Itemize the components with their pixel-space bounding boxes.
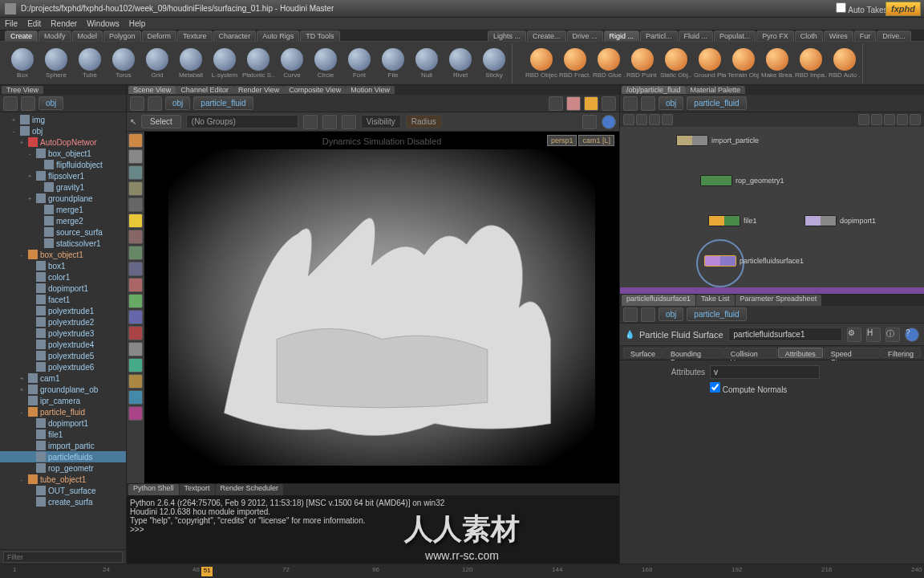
groups-dropdown[interactable]: (No Groups) xyxy=(186,115,298,128)
tree-item[interactable]: merge2 xyxy=(0,215,126,226)
shelf-tab[interactable]: Auto Rigs xyxy=(257,31,299,41)
tree-item[interactable]: +cam1 xyxy=(0,372,126,384)
shelf-item[interactable]: Grid xyxy=(141,45,173,82)
tree-item[interactable]: dopimport1 xyxy=(0,283,126,294)
tool-12-icon[interactable] xyxy=(128,310,143,324)
net-t1-icon[interactable] xyxy=(623,114,634,125)
tool-8-icon[interactable] xyxy=(128,246,143,260)
shelf-tab[interactable]: Pyro FX xyxy=(756,31,794,41)
tree-back-icon[interactable] xyxy=(3,96,18,111)
shelf-tab[interactable]: Deform xyxy=(142,31,177,41)
node-rop-geometry[interactable]: rop_geometry1 xyxy=(700,175,784,186)
scene-tab[interactable]: Render View xyxy=(233,86,284,94)
tool-9-icon[interactable] xyxy=(128,262,143,276)
tool-15-icon[interactable] xyxy=(128,358,143,372)
shelf-item[interactable]: Terrain Obj... xyxy=(727,45,760,82)
tree-item[interactable]: -box_object1 xyxy=(0,148,126,159)
tree-item[interactable]: ipr_camera xyxy=(0,395,126,406)
shelf-tab[interactable]: Fluid ... xyxy=(679,31,714,41)
net-t5-icon[interactable] xyxy=(858,114,869,125)
vp-tool1-icon[interactable] xyxy=(303,115,318,129)
tool-10-icon[interactable] xyxy=(128,278,143,292)
scene-tab[interactable]: Channel Editor xyxy=(176,86,233,94)
net-t2-icon[interactable] xyxy=(636,114,647,125)
timeline-marker[interactable]: 51 xyxy=(201,567,213,576)
scene-fwd-icon[interactable] xyxy=(148,96,162,111)
tool-rotate-icon[interactable] xyxy=(128,165,143,180)
shelf-item[interactable]: Platonic S... xyxy=(242,45,274,82)
node-file1[interactable]: file1 xyxy=(708,215,757,226)
shelf-item[interactable]: L-system xyxy=(209,45,241,82)
gear-icon[interactable]: ⚙ xyxy=(847,328,861,342)
tree-item[interactable]: +groundplane_ob xyxy=(0,384,126,395)
tree-item[interactable]: facet1 xyxy=(0,294,126,305)
shelf-tab[interactable]: Particl... xyxy=(640,31,678,41)
scene-pin-icon[interactable] xyxy=(549,96,563,111)
net-t8-icon[interactable] xyxy=(897,114,908,125)
net-t6-icon[interactable] xyxy=(871,114,882,125)
tree-item[interactable]: OUT_surface xyxy=(0,485,126,496)
shelf-tab[interactable]: Create xyxy=(5,31,38,41)
tree-item[interactable]: -particle_fluid xyxy=(0,406,126,417)
net-t9-icon[interactable] xyxy=(910,114,921,125)
net-path-particle[interactable]: particle_fluid xyxy=(687,96,746,110)
tree-item[interactable]: rop_geometr xyxy=(0,462,126,474)
shelf-item[interactable]: Metaball xyxy=(175,45,207,82)
tree-item[interactable]: -box_object1 xyxy=(0,249,126,260)
shelf-item[interactable]: Null xyxy=(411,45,443,82)
tree-item[interactable]: +AutoDopNetwor xyxy=(0,136,126,148)
tool-5-icon[interactable] xyxy=(128,197,143,212)
network-scrollbar[interactable] xyxy=(620,287,924,294)
param-subtab[interactable]: Speed Stre... xyxy=(824,348,880,358)
shelf-tab[interactable]: Drive... xyxy=(877,31,911,41)
shelf-tab[interactable]: Fur xyxy=(854,31,877,41)
info-icon[interactable]: ⓘ xyxy=(886,328,900,342)
node-import-particle[interactable]: import_particle xyxy=(676,135,759,146)
tool-14-icon[interactable] xyxy=(128,342,143,356)
param-name-input[interactable] xyxy=(728,328,842,341)
network-tab[interactable]: Material Palette xyxy=(686,86,746,94)
tool-18-icon[interactable] xyxy=(128,406,143,421)
shelf-item[interactable]: Ground Pla... xyxy=(694,45,726,82)
shelf-tab[interactable]: Model xyxy=(72,31,103,41)
scene-opts-icon[interactable] xyxy=(602,96,616,111)
cam-label[interactable]: cam1 [L] xyxy=(578,135,614,146)
param-subtab[interactable]: Filtering xyxy=(881,348,921,358)
param-back-icon[interactable] xyxy=(623,307,638,322)
tree-item[interactable]: +img xyxy=(0,114,126,125)
tree-item[interactable]: polyextrude1 xyxy=(0,305,126,316)
network-view[interactable]: import_particle rop_geometry1 file1 dopi… xyxy=(620,127,924,295)
viewport[interactable]: Dynamics Simulation Disabled persp1 cam1… xyxy=(144,132,619,483)
shelf-item[interactable]: Sticky xyxy=(478,45,510,82)
persp-label[interactable]: persp1 xyxy=(547,135,578,146)
param-subtab[interactable]: Attributes xyxy=(778,348,823,358)
shelf-item[interactable]: Torus xyxy=(107,45,140,82)
tree-item[interactable]: box1 xyxy=(0,260,126,271)
tree-item[interactable]: color1 xyxy=(0,271,126,283)
param-subtab[interactable]: Surface xyxy=(623,348,663,358)
tool-move-icon[interactable] xyxy=(128,149,143,164)
tree-path-obj[interactable]: obj xyxy=(38,96,63,110)
shelf-tab[interactable]: Rigid ... xyxy=(604,31,640,41)
filter-input[interactable] xyxy=(3,552,123,563)
param-path-obj[interactable]: obj xyxy=(659,307,683,321)
compute-normals-check[interactable]: Compute Normals xyxy=(710,382,787,394)
shelf-item[interactable]: RBD Glue ... xyxy=(593,45,625,82)
shelf-tab[interactable]: Texture xyxy=(177,31,213,41)
scene-path-obj[interactable]: obj xyxy=(165,96,190,110)
tree-item[interactable]: file1 xyxy=(0,429,126,440)
param-pane-tab[interactable]: particlefluidsurface1 xyxy=(622,295,695,306)
shelf-item[interactable]: Circle xyxy=(310,45,342,82)
console-tab[interactable]: Python Shell xyxy=(128,484,179,495)
python-shell[interactable]: Python 2.6.4 (r264:75706, Feb 9 2012, 11… xyxy=(127,495,619,564)
shelf-tab[interactable]: Character xyxy=(213,31,257,41)
param-help-icon[interactable]: ? xyxy=(905,328,919,342)
menu-help[interactable]: Help xyxy=(129,19,146,28)
tool-13-icon[interactable] xyxy=(128,326,143,340)
shelf-item[interactable]: RBD Object xyxy=(525,45,557,82)
shelf-item[interactable]: RBD Fract... xyxy=(559,45,591,82)
help-icon[interactable] xyxy=(602,115,616,129)
tree-item[interactable]: polyextrude6 xyxy=(0,361,126,372)
shelf-item[interactable]: Make Brea... xyxy=(761,45,793,82)
tree-item[interactable]: polyextrude5 xyxy=(0,350,126,361)
